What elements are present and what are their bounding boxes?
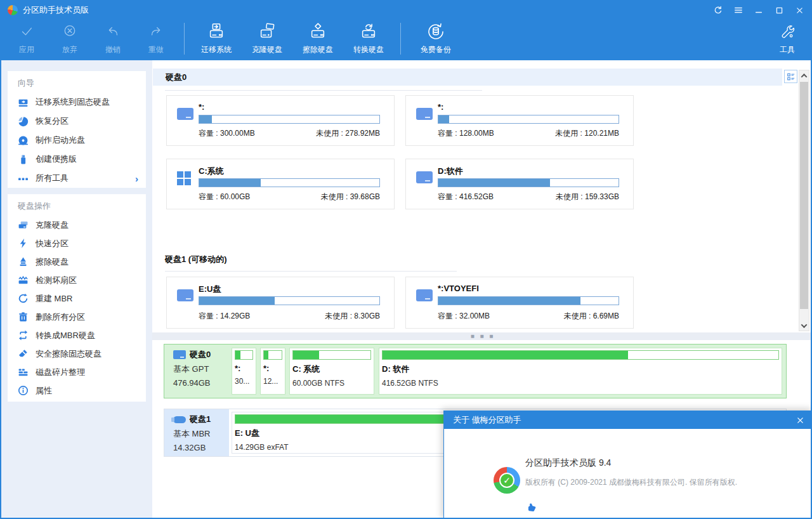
partition-block[interactable]: D: 软件 416.52GB NTFS (379, 348, 782, 395)
sidebar-item-recover-partition[interactable]: 恢复分区 (8, 112, 146, 131)
sidebar-item-check-bad-sectors[interactable]: 检测坏扇区 (8, 271, 146, 289)
app-logo-icon (8, 5, 18, 15)
dialog-close-icon[interactable] (794, 414, 806, 426)
section-title: 硬盘操作 (8, 194, 146, 216)
scroll-down-icon[interactable] (799, 320, 809, 331)
sidebar-section-wizards: 向导 迁移系统到固态硬盘 恢复分区 制作启动光盘 (8, 71, 146, 188)
disk-size: 14.32GB (173, 443, 229, 452)
migrate-os-button[interactable]: 迁移系统 (191, 20, 242, 55)
volume-capacity: 容量 : 60.00GB (199, 192, 250, 202)
usb-portable-icon (18, 154, 29, 165)
divider (165, 90, 482, 91)
sidebar-item-clone-disk[interactable]: 克隆硬盘 (8, 216, 146, 234)
disk-icon (173, 350, 186, 359)
maximize-icon[interactable] (774, 5, 784, 15)
volume-card[interactable]: *: 容量 : 128.00MB 未使用 : 120.21MB (405, 95, 634, 146)
disk1-label: 硬盘1 基本 MBR 14.32GB (164, 409, 229, 456)
close-icon[interactable] (794, 5, 804, 15)
partition-block[interactable]: *: 30... (232, 348, 256, 395)
drive-arrow-icon (18, 97, 29, 108)
bad-sector-icon (18, 275, 29, 286)
info-icon (18, 385, 29, 396)
splitter-grip-icon: ■ ■ ■ (471, 334, 495, 338)
drive-icon (416, 289, 433, 301)
partition-block[interactable]: *: 12... (260, 348, 285, 395)
wipe-disk-button[interactable]: 擦除硬盘 (292, 20, 343, 55)
convert-disk-button[interactable]: 转换硬盘 (343, 20, 394, 55)
sidebar-item-migrate-os-to-ssd[interactable]: 迁移系统到固态硬盘 (8, 93, 146, 112)
chevron-right-icon: › (135, 173, 138, 184)
disk0-group-header: 硬盘0 (153, 69, 782, 86)
sidebar-item-properties[interactable]: 属性 (8, 381, 146, 400)
disk-type: 基本 MBR (173, 428, 229, 440)
rebuild-mbr-icon (18, 293, 29, 304)
apply-button[interactable]: 应用 (5, 20, 48, 55)
product-version: 分区助手技术员版 9.4 (525, 457, 611, 469)
convert-mbr-icon (18, 330, 29, 341)
volume-name: D:软件 (438, 166, 463, 177)
sidebar-item-all-tools[interactable]: 所有工具 › (8, 169, 146, 188)
discard-circle-x-icon (62, 22, 78, 41)
volume-capacity: 容量 : 416.52GB (438, 192, 494, 202)
scroll-up-icon[interactable] (799, 70, 809, 81)
divider (165, 271, 457, 272)
disk0-row[interactable]: 硬盘0 基本 GPT 476.94GB *: 30... *: 12... C:… (164, 344, 787, 398)
clone-disk-button[interactable]: 克隆硬盘 (242, 20, 292, 55)
disk0-label: 硬盘0 基本 GPT 476.94GB (164, 345, 229, 398)
volume-card[interactable]: E:U盘 容量 : 14.29GB 未使用 : 8.30GB (166, 277, 395, 329)
volume-card[interactable]: *: 容量 : 300.00MB 未使用 : 278.92MB (166, 95, 395, 146)
volume-unused: 未使用 : 159.33GB (556, 192, 619, 202)
usage-bar (199, 115, 380, 124)
volume-capacity: 容量 : 14.29GB (199, 311, 250, 322)
sidebar-item-make-bootable-media[interactable]: 制作启动光盘 (8, 131, 146, 150)
apply-check-icon (18, 22, 35, 41)
vertical-scrollbar[interactable] (799, 70, 809, 331)
volume-card[interactable]: *:VTOYEFI 容量 : 32.00MB 未使用 : 6.69MB (405, 277, 634, 329)
disk-overview-panel: 硬盘0 *: 容量 : 300.00MB 未使用 : 278.92MB *: 容… (152, 60, 812, 332)
sidebar-item-wipe-disk[interactable]: 擦除硬盘 (8, 253, 146, 271)
sidebar-item-convert-to-mbr[interactable]: 转换成MBR硬盘 (8, 326, 146, 345)
undo-button[interactable]: 撤销 (91, 20, 134, 55)
menu-icon[interactable] (733, 5, 743, 15)
drive-icon (177, 108, 193, 120)
volume-card[interactable]: D:软件 容量 : 416.52GB 未使用 : 159.33GB (405, 159, 634, 209)
scrollbar-thumb[interactable] (800, 82, 808, 309)
free-backup-button[interactable]: 免费备份 (407, 20, 464, 55)
sidebar-item-delete-all-partitions[interactable]: 删除所有分区 (8, 308, 146, 326)
refresh-icon[interactable] (713, 5, 723, 15)
sidebar-item-secure-erase-ssd[interactable]: 安全擦除固态硬盘 (8, 345, 146, 363)
disk0-group-title: 硬盘0 (166, 72, 187, 83)
tools-button[interactable]: 工具 (768, 20, 807, 55)
undo-icon (105, 22, 121, 41)
aomei-logo-icon: ✓ (494, 467, 520, 494)
boot-disc-icon (18, 135, 29, 146)
sidebar-item-create-portable[interactable]: 创建便携版 (8, 150, 146, 169)
drive-icon (416, 108, 433, 120)
minimize-icon[interactable] (754, 5, 764, 15)
lightning-icon (18, 238, 29, 249)
wrench-icon (779, 22, 796, 41)
brush-icon (18, 256, 29, 267)
convert-disk-icon (359, 22, 378, 41)
partition-block[interactable]: C: 系统 60.00GB NTFS (289, 348, 374, 395)
sidebar: 向导 迁移系统到固态硬盘 恢复分区 制作启动光盘 (1, 60, 152, 518)
toolbar-separator (184, 23, 185, 55)
volume-card[interactable]: C:系统 容量 : 60.00GB 未使用 : 39.68GB (166, 159, 395, 209)
windows-logo-icon (177, 171, 191, 185)
sidebar-item-quick-partition[interactable]: 快速分区 (8, 234, 146, 253)
sidebar-item-disk-defrag[interactable]: 磁盘碎片整理 (8, 363, 146, 381)
sidebar-item-rebuild-mbr[interactable]: 重建 MBR (8, 289, 146, 308)
section-title: 向导 (8, 71, 146, 93)
clone-disk-icon (258, 22, 277, 41)
volume-unused: 未使用 : 39.68GB (321, 192, 380, 202)
discard-button[interactable]: 放弃 (48, 20, 91, 55)
volume-name: *:VTOYEFI (438, 284, 479, 293)
dots-icon (18, 173, 29, 184)
usb-disk-icon (173, 416, 186, 423)
volume-name: *: (199, 102, 204, 112)
pie-recover-icon (18, 116, 29, 127)
panel-splitter[interactable]: ■ ■ ■ (152, 332, 812, 340)
redo-button[interactable]: 重做 (134, 20, 178, 55)
view-toggle-button[interactable] (784, 70, 797, 83)
copyright-text: 版权所有 (C) 2009-2021 成都傲梅科技有限公司. 保留所有版权. (525, 477, 737, 488)
